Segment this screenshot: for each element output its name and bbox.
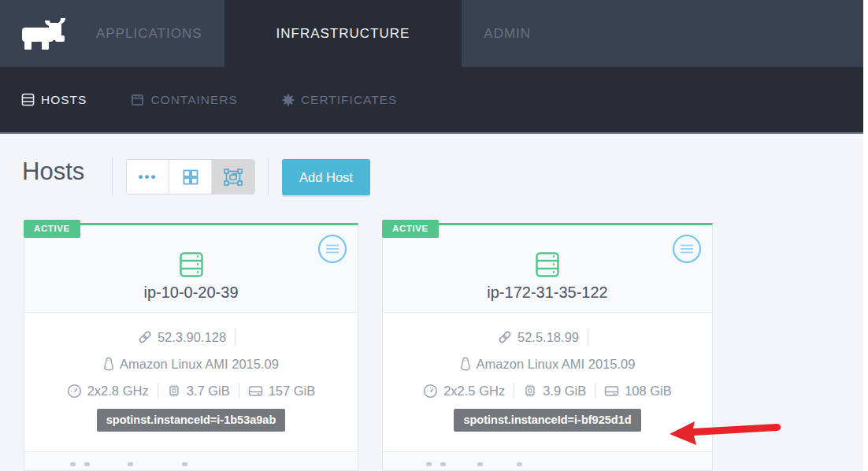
host-os-row: Amazon Linux AMI 2015.09 — [24, 350, 358, 377]
linux-icon — [103, 357, 114, 371]
host-specs-row: 2x2.8 GHz 3.7 GiB — [24, 377, 358, 404]
containers-box-icon — [131, 93, 144, 106]
row-separator — [235, 329, 236, 345]
subnav-label: CONTAINERS — [150, 93, 237, 107]
host-card-details: 52.5.18.99 Amazon Linux AMI 2015.09 — [383, 313, 712, 432]
row-separator — [239, 383, 239, 399]
clipped-text-fragment — [517, 462, 522, 466]
host-disk: 108 GiB — [625, 384, 672, 399]
host-card[interactable]: ACTIVE ip-10-0-20-39 — [24, 223, 358, 471]
tab-applications[interactable]: APPLICATIONS — [74, 0, 224, 67]
clipped-text-fragment — [70, 462, 76, 466]
host-disk: 157 GiB — [269, 384, 316, 399]
toolbar-divider — [268, 158, 269, 195]
host-label-tag: spotinst.instanceId=i-bf925d1d — [454, 409, 640, 432]
host-ip-row: 52.5.18.99 — [383, 324, 712, 350]
hosts-server-icon — [21, 93, 35, 106]
host-card-header: ip-172-31-35-122 — [383, 225, 712, 313]
host-name[interactable]: ip-10-0-20-39 — [24, 284, 358, 302]
certificates-seal-icon — [282, 94, 295, 106]
clipped-text-fragment — [182, 462, 187, 466]
host-cpu: 2x2.8 GHz — [87, 384, 149, 399]
clipped-text-fragment — [477, 462, 483, 466]
subnav-item-containers[interactable]: CONTAINERS — [131, 93, 237, 107]
host-card-header: ip-10-0-20-39 — [24, 225, 358, 313]
machine-view-icon — [224, 169, 243, 186]
host-menu-button[interactable] — [672, 234, 702, 267]
row-separator — [158, 383, 158, 399]
cpu-gauge-icon — [67, 384, 82, 399]
clipped-text-fragment — [440, 462, 446, 466]
machine-view-button[interactable] — [212, 160, 254, 194]
list-view-button[interactable]: ••• — [127, 160, 169, 194]
infrastructure-subnav: HOSTS CONTAINERS — [0, 67, 863, 134]
cpu-gauge-icon — [423, 384, 438, 399]
main-tabs: APPLICATIONS INFRASTRUCTURE ADMIN — [74, 0, 553, 67]
row-separator — [588, 329, 588, 345]
host-menu-button[interactable] — [317, 234, 347, 267]
subnav-item-certificates[interactable]: CERTIFICATES — [282, 93, 398, 107]
host-name[interactable]: ip-172-31-35-122 — [383, 284, 712, 302]
host-card-footer — [24, 451, 358, 470]
subnav-item-hosts[interactable]: HOSTS — [21, 93, 87, 107]
grid-view-icon — [182, 169, 199, 186]
host-card[interactable]: ACTIVE ip-172-31-35-122 — [382, 223, 713, 471]
tab-admin[interactable]: ADMIN — [462, 0, 553, 67]
host-os: Amazon Linux AMI 2015.09 — [120, 357, 279, 372]
host-label-row: spotinst.instanceId=i-bf925d1d — [383, 409, 712, 432]
view-toggle-group: ••• — [126, 159, 255, 195]
clipped-text-fragment — [426, 462, 432, 466]
host-card-footer — [383, 451, 712, 470]
host-server-icon — [536, 252, 559, 277]
clipped-text-fragment — [128, 462, 133, 466]
host-specs-row: 2x2.5 GHz 3.9 GiB — [383, 377, 712, 404]
host-os: Amazon Linux AMI 2015.09 — [477, 357, 636, 372]
link-icon — [138, 330, 152, 344]
page-title: Hosts — [22, 158, 84, 186]
host-label-tag: spotinst.instanceId=i-1b53a9ab — [97, 409, 286, 432]
host-memory: 3.7 GiB — [187, 384, 230, 399]
top-navbar: APPLICATIONS INFRASTRUCTURE ADMIN — [0, 0, 863, 67]
link-icon — [498, 330, 512, 344]
host-memory: 3.9 GiB — [543, 384, 586, 399]
linux-icon — [460, 357, 471, 371]
rancher-logo-icon[interactable] — [20, 17, 72, 51]
tab-infrastructure[interactable]: INFRASTRUCTURE — [224, 0, 462, 67]
host-label-row: spotinst.instanceId=i-1b53a9ab — [24, 409, 358, 432]
subnav-label: HOSTS — [41, 93, 87, 107]
status-badge: ACTIVE — [382, 220, 439, 238]
host-os-row: Amazon Linux AMI 2015.09 — [383, 350, 712, 377]
memory-chip-icon — [167, 384, 181, 398]
memory-chip-icon — [523, 384, 537, 398]
disk-icon — [604, 384, 619, 398]
add-host-button[interactable]: Add Host — [282, 159, 370, 195]
host-server-icon — [180, 252, 203, 277]
host-cpu: 2x2.5 GHz — [443, 384, 505, 399]
toolbar-divider — [112, 158, 113, 195]
host-ip: 52.5.18.99 — [517, 330, 579, 345]
grid-view-button[interactable] — [169, 160, 212, 194]
subnav-label: CERTIFICATES — [301, 93, 398, 107]
list-view-dots-icon: ••• — [139, 173, 158, 181]
disk-icon — [248, 384, 263, 398]
status-badge: ACTIVE — [24, 220, 80, 238]
host-ip: 52.3.90.128 — [158, 330, 226, 345]
clipped-text-fragment — [84, 462, 90, 466]
rancher-app: APPLICATIONS INFRASTRUCTURE ADMIN HOSTS — [0, 0, 863, 471]
host-ip-row: 52.3.90.128 — [24, 324, 358, 350]
host-card-details: 52.3.90.128 Amazon Linux AMI 2015.09 — [24, 313, 358, 432]
row-separator — [514, 383, 514, 399]
red-annotation-arrow-icon — [666, 415, 785, 451]
row-separator — [595, 383, 595, 399]
